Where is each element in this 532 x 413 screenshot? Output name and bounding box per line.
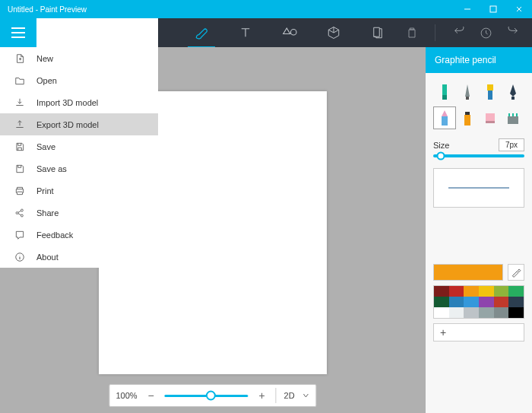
side-panel-title: Graphite pencil	[426, 47, 532, 73]
svg-rect-7	[511, 97, 515, 100]
palette-swatch[interactable]	[464, 307, 479, 318]
menu-item-save-as[interactable]: Save as	[0, 157, 158, 179]
menu-item-share[interactable]: Share	[0, 202, 158, 224]
palette-swatch[interactable]	[449, 307, 464, 318]
menu-dropdown-spacer	[36, 18, 158, 47]
palette-swatch[interactable]	[464, 297, 479, 307]
zoom-percent: 100%	[116, 391, 137, 400]
print-icon	[14, 185, 26, 197]
brush-tab[interactable]	[192, 18, 211, 47]
svg-rect-11	[486, 113, 495, 121]
zoom-bar: 100% − + 2D	[109, 384, 316, 407]
svg-rect-10	[464, 115, 470, 125]
canvas-tab[interactable]	[369, 18, 387, 47]
svg-point-13	[16, 211, 18, 214]
tool-tabs	[158, 18, 398, 47]
menu-item-about[interactable]: About	[0, 246, 158, 268]
brush-pen[interactable]	[502, 81, 524, 103]
menu-item-import-3d-model[interactable]: Import 3D model	[0, 91, 158, 113]
svg-rect-8	[442, 116, 448, 125]
app-bar	[0, 18, 532, 47]
svg-rect-2	[442, 84, 447, 95]
brush-calligraphy[interactable]	[456, 81, 479, 103]
open-icon	[14, 75, 26, 87]
titlebar: Untitled - Paint Preview	[0, 0, 532, 18]
hamburger-menu-button[interactable]	[0, 18, 36, 47]
palette-swatch[interactable]	[494, 286, 509, 297]
brush-fill[interactable]	[502, 106, 524, 129]
svg-rect-4	[466, 97, 469, 100]
svg-rect-6	[488, 91, 492, 100]
palette-swatch[interactable]	[464, 286, 479, 297]
color-palette	[433, 285, 524, 319]
side-panel: Graphite pencil Size 7px	[426, 47, 532, 413]
size-slider[interactable]	[433, 154, 524, 157]
3d-tab[interactable]	[325, 18, 343, 47]
redo-button[interactable]	[506, 27, 520, 39]
new-icon	[14, 52, 26, 65]
brush-flat[interactable]	[479, 81, 502, 103]
share-icon	[14, 207, 26, 219]
palette-swatch[interactable]	[479, 307, 494, 318]
window-title: Untitled - Paint Preview	[8, 5, 87, 14]
palette-swatch[interactable]	[434, 286, 449, 297]
export-3d-model-icon	[14, 119, 26, 131]
eyedropper-button[interactable]	[508, 264, 524, 281]
palette-swatch[interactable]	[494, 297, 509, 307]
zoom-slider[interactable]	[165, 395, 249, 397]
palette-swatch[interactable]	[449, 286, 464, 297]
size-label: Size	[433, 141, 449, 150]
palette-swatch[interactable]	[434, 307, 449, 318]
palette-swatch[interactable]	[508, 307, 524, 318]
menu-item-new[interactable]: New	[0, 47, 158, 69]
import-3d-model-icon	[14, 97, 26, 109]
palette-swatch[interactable]	[449, 297, 464, 307]
svg-rect-0	[490, 6, 496, 12]
current-color-swatch[interactable]	[433, 264, 503, 281]
svg-point-14	[21, 209, 23, 211]
minimize-button[interactable]	[454, 0, 480, 18]
brush-marker[interactable]	[433, 81, 456, 103]
zoom-out-button[interactable]: −	[145, 389, 157, 402]
history-button[interactable]	[480, 27, 492, 40]
palette-swatch[interactable]	[434, 297, 449, 307]
brush-preview	[433, 168, 524, 208]
size-value[interactable]: 7px	[499, 138, 524, 151]
file-menu: NewOpenImport 3D modelExport 3D modelSav…	[0, 47, 158, 268]
brush-pencil[interactable]	[433, 106, 456, 129]
brush-spray[interactable]	[456, 106, 479, 129]
menu-item-feedback[interactable]: Feedback	[0, 224, 158, 246]
svg-rect-5	[487, 84, 493, 91]
palette-swatch[interactable]	[508, 286, 524, 297]
add-color-button[interactable]: +	[433, 323, 524, 342]
shapes-tab[interactable]	[280, 18, 299, 47]
palette-swatch[interactable]	[479, 297, 494, 307]
close-button[interactable]	[506, 0, 532, 18]
save-as-icon	[14, 163, 26, 175]
menu-item-export-3d-model[interactable]: Export 3D model	[0, 113, 158, 135]
paste-button[interactable]	[406, 26, 418, 40]
palette-swatch[interactable]	[479, 286, 494, 297]
palette-swatch[interactable]	[494, 307, 509, 318]
feedback-icon	[14, 229, 26, 241]
view-mode-dropdown[interactable]	[302, 392, 310, 399]
brush-eraser[interactable]	[479, 106, 502, 129]
about-icon	[14, 251, 26, 263]
palette-swatch[interactable]	[508, 297, 524, 307]
menu-item-print[interactable]: Print	[0, 179, 158, 202]
save-icon	[14, 141, 26, 153]
svg-rect-12	[486, 121, 495, 123]
maximize-button[interactable]	[480, 0, 506, 18]
text-tab[interactable]	[236, 18, 255, 47]
menu-item-open[interactable]: Open	[0, 69, 158, 91]
view-mode-label: 2D	[284, 391, 295, 400]
brush-grid	[433, 81, 524, 129]
zoom-in-button[interactable]: +	[256, 389, 268, 402]
svg-point-15	[21, 214, 23, 217]
menu-item-save[interactable]: Save	[0, 135, 158, 157]
undo-button[interactable]	[452, 27, 466, 39]
svg-rect-3	[442, 95, 447, 100]
right-toolbar	[398, 18, 532, 47]
svg-rect-9	[465, 112, 470, 115]
